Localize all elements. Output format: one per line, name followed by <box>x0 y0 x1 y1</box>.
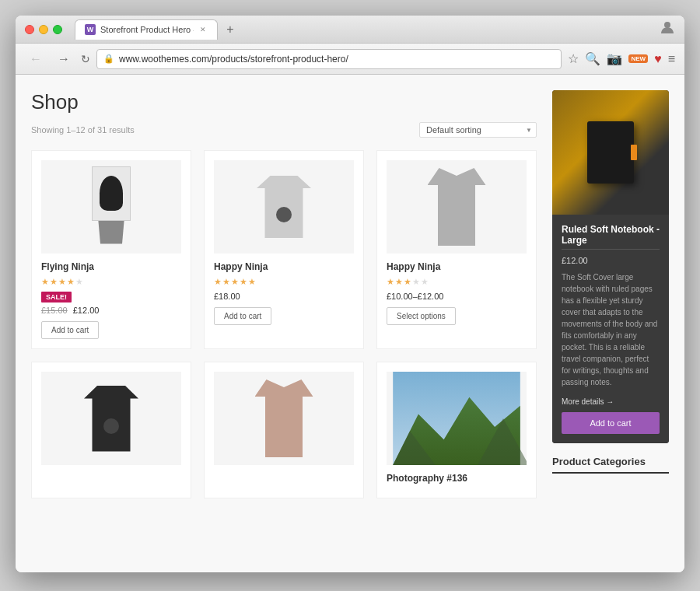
menu-icon[interactable]: ≡ <box>668 52 675 66</box>
price-range: £10.00–£12.00 <box>387 292 443 301</box>
product-categories-title: Product Categories <box>552 456 669 474</box>
product-name: Photography #136 <box>387 473 467 484</box>
add-to-cart-button[interactable]: Add to cart <box>41 321 99 339</box>
title-bar: W Storefront Product Hero - ✕ + <box>16 16 684 44</box>
user-profile-icon[interactable] <box>660 19 675 39</box>
tab-favicon: W <box>85 24 96 35</box>
results-count: Showing 1–12 of 31 results <box>31 125 135 135</box>
landscape-image <box>387 372 527 465</box>
maximize-button[interactable] <box>53 25 62 34</box>
product-card: Happy Ninja ★ ★ ★ ★ ★ £10.00–£12.00 Sele… <box>376 150 537 349</box>
close-button[interactable] <box>25 25 34 34</box>
bookmark-icon[interactable]: ☆ <box>568 51 579 66</box>
hero-divider <box>562 249 660 250</box>
new-price: £12.00 <box>73 306 100 315</box>
add-to-cart-button[interactable]: Add to cart <box>214 307 271 325</box>
product-name: Happy Ninja <box>214 261 268 272</box>
product-image <box>214 160 354 254</box>
back-button[interactable]: ← <box>25 51 47 68</box>
tab-close-button[interactable]: ✕ <box>198 25 208 34</box>
toolbar-actions: ☆ 🔍 📷 NEW ♥ ≡ <box>568 51 675 66</box>
product-name: Happy Ninja <box>387 261 440 272</box>
traffic-lights <box>25 25 62 34</box>
url-text: www.woothemes.com/products/storefront-pr… <box>119 54 348 65</box>
sale-badge: SALE! <box>41 292 72 302</box>
price-area: £18.00 <box>214 292 240 301</box>
tshirt-image <box>257 176 311 238</box>
heart-icon[interactable]: ♥ <box>654 52 662 66</box>
notebook-image <box>587 121 634 184</box>
star-rating: ★ ★ ★ ★ ★ <box>387 277 429 287</box>
address-bar[interactable]: 🔒 www.woothemes.com/products/storefront-… <box>96 49 562 69</box>
hero-add-to-cart-button[interactable]: Add to cart <box>562 412 660 434</box>
results-info: Showing 1–12 of 31 results Default sorti… <box>31 122 537 138</box>
tab-title: Storefront Product Hero - <box>100 25 194 34</box>
product-image <box>41 160 181 254</box>
price: £18.00 <box>214 292 240 301</box>
new-tab-button[interactable]: + <box>222 22 238 37</box>
page-content: Shop Showing 1–12 of 31 results Default … <box>16 75 684 572</box>
hoodie-image <box>428 168 486 246</box>
tab-area: W Storefront Product Hero - ✕ + <box>75 19 653 40</box>
product-card: Happy Ninja ★ ★ ★ ★ ★ £18.00 Add to cart <box>204 150 364 349</box>
shop-title: Shop <box>31 90 537 114</box>
hero-widget-content: Ruled Soft Notebook - Large £12.00 The S… <box>552 215 669 443</box>
product-image <box>387 372 527 465</box>
product-image <box>214 372 354 465</box>
search-icon[interactable]: 🔍 <box>585 51 600 66</box>
notebook-band <box>631 145 637 160</box>
sidebar: Ruled Soft Notebook - Large £12.00 The S… <box>552 90 669 498</box>
star-rating: ★ ★ ★ ★ ★ <box>41 277 83 287</box>
more-details-button[interactable]: More details → <box>562 397 614 406</box>
lock-icon: 🔒 <box>103 54 114 64</box>
price-area: £10.00–£12.00 <box>387 292 443 301</box>
product-card: Photography #136 <box>376 362 537 498</box>
select-options-button[interactable]: Select options <box>387 307 456 325</box>
product-image <box>41 372 181 465</box>
hero-widget: Ruled Soft Notebook - Large £12.00 The S… <box>552 90 669 443</box>
forward-button[interactable]: → <box>53 51 75 68</box>
main-content: Shop Showing 1–12 of 31 results Default … <box>31 90 537 498</box>
dark-tshirt-image <box>84 386 138 452</box>
product-image <box>387 160 527 254</box>
product-card: Flying Ninja ★ ★ ★ ★ ★ SALE! £15.00 £12.… <box>31 150 191 349</box>
price-area: £15.00 £12.00 <box>41 306 99 315</box>
hero-product-title: Ruled Soft Notebook - Large <box>562 224 660 246</box>
product-card <box>31 362 191 498</box>
product-name: Flying Ninja <box>41 261 94 272</box>
sort-wrapper: Default sorting Sort by popularity Sort … <box>419 122 537 138</box>
svg-point-0 <box>664 22 670 28</box>
mauve-hoodie-image <box>255 379 313 457</box>
star-rating: ★ ★ ★ ★ ★ <box>214 277 256 287</box>
camera-icon[interactable]: 📷 <box>607 51 622 66</box>
product-grid: Flying Ninja ★ ★ ★ ★ ★ SALE! £15.00 £12.… <box>31 150 537 498</box>
toolbar: ← → ↻ 🔒 www.woothemes.com/products/store… <box>16 44 684 75</box>
notebook-container <box>587 121 634 184</box>
product-card <box>204 362 364 498</box>
active-tab[interactable]: W Storefront Product Hero - ✕ <box>75 19 218 40</box>
browser-window: W Storefront Product Hero - ✕ + ← → ↻ 🔒 … <box>16 16 684 572</box>
refresh-button[interactable]: ↻ <box>81 53 90 65</box>
new-badge[interactable]: NEW <box>628 54 648 63</box>
old-price: £15.00 <box>41 306 68 315</box>
ninja-poster-image <box>80 163 142 252</box>
hero-widget-image <box>552 90 669 215</box>
minimize-button[interactable] <box>39 25 48 34</box>
hero-product-description: The Soft Cover large notebook with ruled… <box>562 271 660 388</box>
hero-product-price: £12.00 <box>562 256 660 265</box>
page-body: Shop Showing 1–12 of 31 results Default … <box>16 75 684 514</box>
sort-select[interactable]: Default sorting Sort by popularity Sort … <box>419 122 537 138</box>
